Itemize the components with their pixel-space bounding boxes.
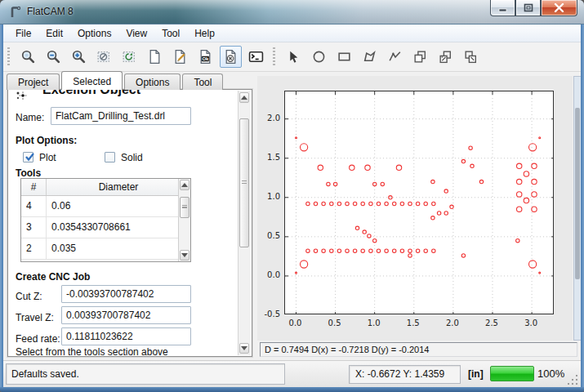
drill-hole-marker <box>408 254 412 257</box>
table-scrollbar[interactable] <box>178 179 190 261</box>
feedrate-input[interactable] <box>61 327 191 345</box>
drill-hole-marker <box>517 179 522 184</box>
menu-view[interactable]: View <box>118 25 154 42</box>
solid-checkbox[interactable] <box>105 152 115 163</box>
ok-file-button[interactable]: Ok <box>194 46 216 68</box>
drill-hole-marker <box>333 182 337 185</box>
draw-circle-button[interactable] <box>308 46 330 68</box>
minimize-button[interactable] <box>490 0 515 16</box>
tool-diameter-cell[interactable]: 0.035 <box>47 238 178 259</box>
maximize-button[interactable] <box>515 0 541 16</box>
draw-polyline-button[interactable] <box>384 46 406 68</box>
drill-hole-marker <box>532 207 537 212</box>
panel-scroll-up-icon[interactable] <box>239 92 249 103</box>
canvas-scroll-thumb[interactable] <box>575 108 580 279</box>
toolbar: Ok <box>3 42 581 72</box>
shell-button[interactable] <box>245 46 267 68</box>
panel-scroll-thumb[interactable] <box>239 118 249 247</box>
menu-help[interactable]: Help <box>187 25 222 42</box>
tools-hint-text: Select from the tools section above <box>16 346 168 356</box>
copy-paste-button[interactable] <box>460 46 482 68</box>
drill-hole-marker <box>301 144 308 151</box>
plot-canvas[interactable]: 0.00.51.01.52.02.53.0-0.50.00.51.01.52.0 <box>257 76 573 341</box>
drill-hole-marker <box>314 249 317 252</box>
close-icon <box>554 3 564 12</box>
zoom-fit-button[interactable] <box>17 46 39 68</box>
drill-hole-marker <box>393 249 396 252</box>
drill-hole-marker <box>369 202 372 205</box>
drill-hole-marker <box>517 192 522 197</box>
tool-diameter-cell[interactable]: 0.06 <box>47 196 178 216</box>
zoom-out-button[interactable] <box>42 46 65 68</box>
tool-row[interactable]: 30.0354330708661 <box>21 217 178 238</box>
table-scroll-thumb[interactable] <box>180 197 189 218</box>
new-file-button[interactable] <box>144 46 166 68</box>
table-scroll-up-icon[interactable] <box>180 180 189 190</box>
zoom-in-button[interactable] <box>68 46 90 68</box>
col-diameter[interactable]: Diameter <box>47 179 190 195</box>
plot-axes[interactable] <box>284 91 554 314</box>
x-tick-label: 2.5 <box>479 318 504 327</box>
delete-object-button[interactable] <box>220 46 242 68</box>
drill-hole-marker <box>529 144 537 151</box>
edit-file-button[interactable] <box>169 46 191 68</box>
drill-hole-marker <box>416 249 419 252</box>
drill-hole-marker <box>314 202 317 205</box>
drill-hole-marker <box>385 249 388 252</box>
drill-hole-marker <box>437 212 440 215</box>
drill-hole-marker <box>337 202 341 205</box>
panel-scrollbar[interactable] <box>238 91 251 355</box>
title-bar[interactable]: FlatCAM 8 <box>0 0 584 24</box>
excellon-object-icon <box>15 90 29 105</box>
draw-rectangle-icon <box>337 49 352 65</box>
solid-checkbox-label[interactable]: Solid <box>121 152 143 163</box>
drill-hole-marker <box>306 249 310 252</box>
drill-hole-marker <box>432 202 435 205</box>
replot-button[interactable] <box>118 46 140 68</box>
tool-number-cell[interactable]: 4 <box>21 196 47 216</box>
draw-polygon-button[interactable] <box>359 46 381 68</box>
travelz-input[interactable] <box>61 306 191 324</box>
delete-object-icon <box>223 49 239 65</box>
tool-diameter-cell[interactable]: 0.0354330708661 <box>47 217 178 238</box>
drill-hole-marker <box>363 230 366 234</box>
tab-project[interactable]: Project <box>7 74 60 90</box>
drill-hole-marker <box>431 216 435 220</box>
menu-options[interactable]: Options <box>70 25 118 42</box>
toolbar-handle[interactable] <box>7 47 10 67</box>
tool-number-cell[interactable]: 3 <box>21 217 47 238</box>
maximize-icon <box>524 3 533 12</box>
drill-hole-marker <box>377 202 380 205</box>
tab-tool[interactable]: Tool <box>182 74 223 90</box>
cutz-input[interactable] <box>61 285 191 303</box>
plot-checkbox[interactable] <box>23 152 33 163</box>
drill-hole-marker <box>461 254 465 257</box>
tools-table: # Diameter 40.0630.035433070866120.035 <box>20 178 191 262</box>
tools-table-header[interactable]: # Diameter <box>21 179 190 196</box>
col-number[interactable]: # <box>21 179 47 195</box>
panel-scroll-down-icon[interactable] <box>239 343 249 354</box>
drill-hole-marker <box>444 212 448 215</box>
tab-options[interactable]: Options <box>124 74 181 90</box>
menu-tool[interactable]: Tool <box>154 25 187 42</box>
tool-number-cell[interactable]: 2 <box>21 238 47 259</box>
resize-grip-icon[interactable] <box>568 374 578 385</box>
close-button[interactable] <box>541 0 577 16</box>
table-scroll-down-icon[interactable] <box>180 250 189 261</box>
tool-row[interactable]: 20.035 <box>21 238 178 260</box>
drill-hole-marker <box>301 261 308 268</box>
toolbar-handle[interactable] <box>273 47 275 67</box>
draw-rectangle-button[interactable] <box>333 46 355 68</box>
copy-geometry-button[interactable] <box>409 46 431 68</box>
tool-row[interactable]: 40.06 <box>21 196 178 217</box>
clear-plot-button[interactable] <box>93 46 115 68</box>
menu-file[interactable]: File <box>8 25 38 42</box>
copy-move-button[interactable] <box>435 46 457 68</box>
name-label: Name: <box>16 112 44 123</box>
select-arrow-button[interactable] <box>283 46 305 68</box>
plot-checkbox-label[interactable]: Plot <box>39 152 56 163</box>
menu-edit[interactable]: Edit <box>38 25 70 42</box>
tab-selected[interactable]: Selected <box>61 71 123 90</box>
svg-text:Ok: Ok <box>202 56 209 61</box>
name-input[interactable] <box>51 107 191 125</box>
